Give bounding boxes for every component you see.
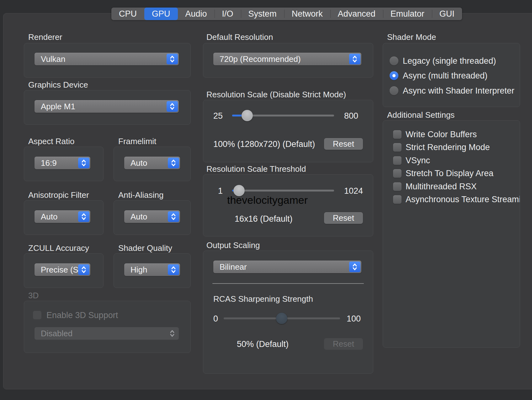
3d-mode-select: Disabled xyxy=(35,327,179,340)
anti-aliasing-label: Anti-Aliasing xyxy=(118,190,164,200)
threshold-slider[interactable] xyxy=(232,190,334,192)
checkbox-label: Stretch To Display Area xyxy=(406,168,493,179)
renderer-select[interactable]: Vulkan xyxy=(35,53,179,65)
output-scaling-select[interactable]: Bilinear xyxy=(213,261,361,273)
framelimit-select[interactable]: Auto xyxy=(124,157,180,169)
shader-quality-label: Shader Quality xyxy=(118,243,172,253)
enable-3d-label: Enable 3D Support xyxy=(46,310,118,321)
3d-label: 3D xyxy=(28,290,39,300)
anisotropic-filter-value: Auto xyxy=(41,212,58,222)
default-resolution-select[interactable]: 720p (Recommended) xyxy=(213,53,361,65)
tab-gui[interactable]: GUI xyxy=(432,8,462,20)
checkbox-label: Asynchronous Texture Streaming xyxy=(406,194,520,205)
framelimit-label: Framelimit xyxy=(118,136,156,146)
aspect-ratio-value: 16:9 xyxy=(41,158,57,168)
resolution-scale-slider-thumb[interactable] xyxy=(242,110,253,121)
updown-chevron-icon xyxy=(78,264,89,275)
tab-advanced[interactable]: Advanced xyxy=(330,8,383,20)
anti-aliasing-value: Auto xyxy=(130,212,147,222)
checkbox-label: VSync xyxy=(406,155,430,166)
shader-quality-select[interactable]: High xyxy=(124,263,180,276)
updown-chevron-icon xyxy=(349,262,360,272)
anti-aliasing-select[interactable]: Auto xyxy=(124,210,180,223)
tab-audio[interactable]: Audio xyxy=(178,8,215,20)
write-color-buffers-checkbox[interactable] xyxy=(393,130,402,139)
shader-mode-option-label: Async (multi threaded) xyxy=(403,71,487,81)
shader-mode-radio-async[interactable] xyxy=(390,71,398,80)
shader-mode-label: Shader Mode xyxy=(387,32,436,42)
updown-chevron-icon xyxy=(349,54,360,64)
resolution-scale-max: 800 xyxy=(344,111,358,121)
aspect-ratio-select[interactable]: 16:9 xyxy=(35,157,90,169)
tab-network[interactable]: Network xyxy=(284,8,330,20)
resolution-scale-label: Resolution Scale (Disable Strict Mode) xyxy=(206,89,346,100)
graphics-device-value: Apple M1 xyxy=(41,102,75,111)
rcas-slider-thumb xyxy=(276,313,287,324)
rcas-min: 0 xyxy=(196,314,218,324)
enable-3d-checkbox xyxy=(33,311,41,319)
graphics-device-label: Graphics Device xyxy=(28,80,88,90)
updown-chevron-icon xyxy=(168,211,179,222)
tab-io[interactable]: I/O xyxy=(215,8,241,20)
watermark-text: thevelocitygamer xyxy=(227,194,308,206)
updown-chevron-icon xyxy=(167,328,178,339)
updown-chevron-icon xyxy=(78,158,89,168)
anisotropic-filter-select[interactable]: Auto xyxy=(35,210,90,223)
multithreaded-rsx-checkbox[interactable] xyxy=(393,182,402,191)
async-texture-streaming-checkbox[interactable] xyxy=(393,195,402,204)
rcas-max: 100 xyxy=(347,314,361,324)
stretch-to-display-area-checkbox[interactable] xyxy=(393,169,402,178)
resolution-scale-reset-button[interactable]: Reset xyxy=(324,138,363,150)
zcull-accuracy-label: ZCULL Accuracy xyxy=(28,243,89,253)
tab-gpu[interactable]: GPU xyxy=(144,8,178,20)
threshold-min: 1 xyxy=(201,186,223,196)
renderer-value: Vulkan xyxy=(41,54,66,64)
framelimit-value: Auto xyxy=(130,158,147,168)
resolution-scale-status: 100% (1280x720) (Default) xyxy=(213,139,315,149)
shader-mode-option-label: Async with Shader Interpreter xyxy=(403,86,514,96)
output-scaling-separator xyxy=(212,283,364,284)
output-scaling-value: Bilinear xyxy=(220,262,247,272)
updown-chevron-icon xyxy=(168,158,179,168)
updown-chevron-icon xyxy=(78,211,89,222)
shader-quality-value: High xyxy=(130,265,147,275)
shader-mode-option-label: Legacy (single threaded) xyxy=(403,56,496,66)
graphics-device-select[interactable]: Apple M1 xyxy=(35,100,179,113)
rcas-status: 50% (Default) xyxy=(237,339,289,349)
updown-chevron-icon xyxy=(167,54,178,64)
tab-bar: CPU GPU Audio I/O System Network Advance… xyxy=(111,8,462,20)
resolution-scale-min: 25 xyxy=(201,111,223,121)
tab-emulator[interactable]: Emulator xyxy=(383,8,432,20)
default-resolution-label: Default Resolution xyxy=(206,32,273,42)
default-resolution-value: 720p (Recommended) xyxy=(220,54,301,64)
threshold-max: 1024 xyxy=(344,186,363,196)
updown-chevron-icon xyxy=(167,101,178,112)
aspect-ratio-label: Aspect Ratio xyxy=(28,136,74,146)
updown-chevron-icon xyxy=(168,264,179,275)
tab-system[interactable]: System xyxy=(241,8,284,20)
checkbox-label: Multithreaded RSX xyxy=(406,181,477,192)
additional-settings-group: Write Color Buffers Strict Rendering Mod… xyxy=(383,120,520,348)
3d-group xyxy=(24,301,191,353)
rcas-label: RCAS Sharpening Strength xyxy=(213,294,313,304)
vsync-checkbox[interactable] xyxy=(393,156,402,165)
threshold-status: 16x16 (Default) xyxy=(235,214,293,224)
resolution-scale-group xyxy=(203,100,373,162)
tab-cpu[interactable]: CPU xyxy=(111,8,144,20)
additional-settings-label: Additional Settings xyxy=(387,110,455,120)
anisotropic-filter-label: Anisotropic Filter xyxy=(28,190,89,200)
checkbox-label: Write Color Buffers xyxy=(406,129,477,140)
output-scaling-label: Output Scaling xyxy=(206,240,260,250)
zcull-accuracy-select[interactable]: Precise (S xyxy=(35,263,90,276)
gpu-settings-screen: CPU GPU Audio I/O System Network Advance… xyxy=(0,0,532,400)
shader-mode-radio-async-interpreter[interactable] xyxy=(390,86,398,95)
rcas-reset-button: Reset xyxy=(324,338,363,350)
threshold-reset-button[interactable]: Reset xyxy=(324,212,363,224)
checkbox-label: Strict Rendering Mode xyxy=(406,142,490,153)
renderer-label: Renderer xyxy=(28,32,62,42)
zcull-accuracy-value: Precise (S xyxy=(41,265,78,275)
shader-mode-radio-legacy[interactable] xyxy=(390,57,398,65)
strict-rendering-mode-checkbox[interactable] xyxy=(393,143,402,152)
3d-mode-value: Disabled xyxy=(41,329,72,338)
resolution-scale-threshold-label: Resolution Scale Threshold xyxy=(206,164,306,174)
